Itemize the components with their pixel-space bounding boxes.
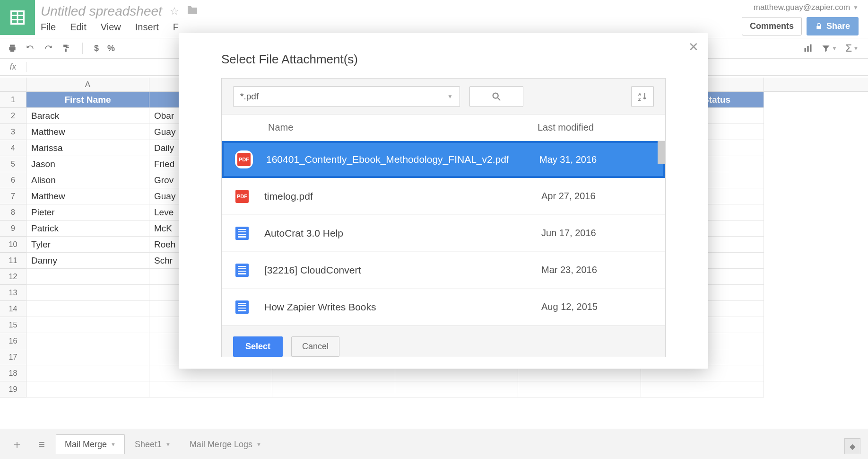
row-header[interactable]: 9: [0, 221, 26, 237]
column-header-name[interactable]: Name: [268, 122, 538, 133]
row-header[interactable]: 14: [0, 301, 26, 317]
row-header[interactable]: 3: [0, 124, 26, 140]
cell[interactable]: Matthew: [26, 124, 149, 140]
cell[interactable]: [26, 301, 149, 317]
filter-dropdown[interactable]: *.pdf ▼: [233, 86, 460, 107]
cell[interactable]: Jason: [26, 156, 149, 172]
app-logo[interactable]: [0, 0, 35, 35]
cell[interactable]: [26, 285, 149, 301]
doc-icon: [235, 264, 249, 277]
folder-icon[interactable]: [187, 5, 198, 18]
chart-icon[interactable]: [803, 44, 813, 53]
cell[interactable]: Matthew: [26, 188, 149, 204]
cell[interactable]: Danny: [26, 253, 149, 269]
menu-truncated[interactable]: F: [173, 22, 179, 33]
sheet-tab[interactable]: Mail Merge Logs▼: [181, 434, 270, 454]
file-modified: Aug 12, 2015: [541, 301, 655, 312]
comments-button[interactable]: Comments: [742, 17, 802, 35]
row-header[interactable]: 2: [0, 108, 26, 124]
file-row[interactable]: [32216] CloudConvertMar 23, 2016: [222, 252, 665, 289]
percent-button[interactable]: %: [107, 44, 115, 53]
file-row[interactable]: AutoCrat 3.0 HelpJun 17, 2016: [222, 215, 665, 252]
cell[interactable]: [26, 317, 149, 333]
cell[interactable]: [26, 333, 149, 349]
cell[interactable]: [272, 381, 395, 397]
menu-edit[interactable]: Edit: [70, 22, 86, 33]
search-button[interactable]: [469, 86, 523, 107]
menu-insert[interactable]: Insert: [135, 22, 159, 33]
file-row[interactable]: PDF160401_Contently_Ebook_Methodology_FI…: [222, 141, 665, 178]
row-header[interactable]: 7: [0, 188, 26, 204]
cell[interactable]: Barack: [26, 108, 149, 124]
cell[interactable]: [518, 381, 641, 397]
explore-button[interactable]: ◆: [844, 438, 860, 454]
cell[interactable]: [26, 349, 149, 365]
menu-view[interactable]: View: [101, 22, 121, 33]
row-header[interactable]: 11: [0, 253, 26, 269]
sheet-tab[interactable]: Mail Merge▼: [56, 434, 125, 454]
file-row[interactable]: How Zapier Writes BooksAug 12, 2015: [222, 289, 665, 326]
currency-button[interactable]: $: [94, 44, 99, 53]
file-picker-modal: ✕ Select File Attachment(s) *.pdf ▼ A Z: [179, 33, 708, 369]
share-button[interactable]: Share: [807, 17, 859, 35]
cell[interactable]: [149, 381, 272, 397]
col-header[interactable]: A: [26, 78, 149, 91]
filter-icon[interactable]: ▼: [821, 44, 837, 53]
menu-file[interactable]: File: [41, 22, 56, 33]
account-menu[interactable]: matthew.guay@zapier.com ▼: [742, 3, 859, 12]
cell[interactable]: Tyler: [26, 237, 149, 253]
row-header[interactable]: 19: [0, 381, 26, 397]
row-header[interactable]: 1: [0, 92, 26, 108]
star-icon[interactable]: ☆: [170, 5, 179, 18]
sheet-tab[interactable]: Sheet1▼: [126, 434, 180, 454]
lock-icon: [815, 23, 823, 30]
svg-text:A: A: [638, 92, 642, 97]
row-header[interactable]: 18: [0, 365, 26, 381]
paint-format-icon[interactable]: [61, 44, 71, 53]
redo-icon[interactable]: [43, 44, 53, 53]
row-header[interactable]: 12: [0, 269, 26, 285]
file-modified: Jun 17, 2016: [541, 228, 655, 238]
file-name: AutoCrat 3.0 Help: [264, 228, 541, 239]
cell[interactable]: Patrick: [26, 221, 149, 237]
cancel-button[interactable]: Cancel: [291, 336, 339, 357]
document-title[interactable]: Untitled spreadsheet: [41, 4, 162, 19]
file-modified: Mar 23, 2016: [541, 265, 655, 275]
svg-rect-4: [804, 48, 806, 52]
functions-icon[interactable]: Σ ▼: [846, 42, 859, 54]
row-header[interactable]: 16: [0, 333, 26, 349]
row-header[interactable]: 10: [0, 237, 26, 253]
row-header[interactable]: 5: [0, 156, 26, 172]
scrollbar[interactable]: [658, 141, 665, 164]
cell[interactable]: [26, 269, 149, 285]
add-sheet-button[interactable]: ＋: [7, 434, 27, 455]
cell[interactable]: Pieter: [26, 204, 149, 221]
row-header[interactable]: 13: [0, 285, 26, 301]
select-all-corner[interactable]: [0, 78, 26, 91]
undo-icon[interactable]: [26, 44, 35, 53]
search-icon: [491, 91, 502, 102]
file-name: How Zapier Writes Books: [264, 301, 541, 313]
doc-icon: [235, 300, 249, 314]
row-header[interactable]: 6: [0, 172, 26, 188]
row-header[interactable]: 17: [0, 349, 26, 365]
file-row[interactable]: PDFtimelog.pdfApr 27, 2016: [222, 178, 665, 215]
header-cell[interactable]: First Name: [26, 92, 149, 108]
cell[interactable]: [641, 381, 764, 397]
cell[interactable]: [26, 365, 149, 381]
sheets-icon: [9, 9, 26, 26]
svg-point-7: [493, 93, 498, 98]
select-button[interactable]: Select: [233, 336, 283, 357]
cell[interactable]: Marissa: [26, 140, 149, 156]
print-icon[interactable]: [8, 44, 17, 53]
close-icon[interactable]: ✕: [688, 40, 699, 54]
cell[interactable]: Alison: [26, 172, 149, 188]
row-header[interactable]: 4: [0, 140, 26, 156]
all-sheets-button[interactable]: ≡: [31, 434, 52, 455]
row-header[interactable]: 15: [0, 317, 26, 333]
row-header[interactable]: 8: [0, 204, 26, 221]
sort-button[interactable]: A Z: [631, 86, 654, 107]
cell[interactable]: [395, 381, 518, 397]
cell[interactable]: [26, 381, 149, 397]
column-header-modified[interactable]: Last modified: [538, 122, 651, 133]
